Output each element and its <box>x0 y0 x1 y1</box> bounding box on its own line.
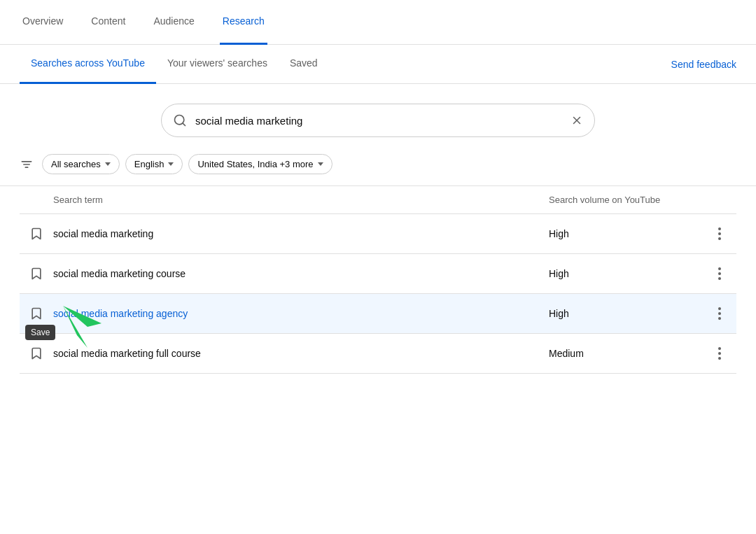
search-term-1: social media marketing <box>53 228 549 239</box>
save-tooltip: Save <box>25 325 55 340</box>
sub-tab-viewers-searches[interactable]: Your viewers' searches <box>156 45 279 84</box>
table-row[interactable]: social media marketing High <box>20 214 736 254</box>
bookmark-button-1[interactable] <box>20 227 53 241</box>
more-menu-button-3[interactable] <box>703 307 736 320</box>
col-header-volume: Search volume on YouTube <box>549 195 703 205</box>
three-dots-icon-1 <box>718 227 721 240</box>
table-section: Search term Search volume on YouTube soc… <box>0 186 756 374</box>
tab-audience[interactable]: Audience <box>150 0 197 45</box>
volume-4: Medium <box>549 348 703 359</box>
bookmark-button-4[interactable] <box>20 346 53 360</box>
search-term-3[interactable]: social media marketing agency <box>53 308 549 319</box>
filter-lines-icon[interactable] <box>20 157 34 171</box>
table-row[interactable]: social media marketing full course Mediu… <box>20 334 736 374</box>
bookmark-button-3[interactable]: Save <box>20 307 53 321</box>
filter-row: All searches English United States, Indi… <box>0 154 756 186</box>
clear-search-icon[interactable] <box>570 114 583 127</box>
col-header-term: Search term <box>53 195 549 205</box>
search-input[interactable] <box>195 115 570 127</box>
top-nav: Overview Content Audience Research <box>0 0 756 45</box>
filter-chip-label-language: English <box>134 159 164 169</box>
filter-chip-label-all-searches: All searches <box>51 159 101 169</box>
bookmark-button-2[interactable] <box>20 267 53 281</box>
sub-tab-saved[interactable]: Saved <box>279 45 329 84</box>
filter-chip-language[interactable]: English <box>125 154 183 174</box>
more-menu-button-2[interactable] <box>703 267 736 280</box>
search-section <box>0 84 756 154</box>
search-term-4: social media marketing full course <box>53 348 549 359</box>
search-term-2: social media marketing course <box>53 268 549 279</box>
tab-research[interactable]: Research <box>220 0 267 45</box>
sub-tabs: Searches across YouTube Your viewers' se… <box>20 45 329 84</box>
send-feedback-link[interactable]: Send feedback <box>671 59 736 70</box>
filter-chip-label-location: United States, India +3 more <box>197 159 313 169</box>
chevron-down-icon-location <box>318 162 323 166</box>
chevron-down-icon-all-searches <box>105 162 111 166</box>
sub-tab-searches-youtube[interactable]: Searches across YouTube <box>20 45 156 84</box>
filter-chip-all-searches[interactable]: All searches <box>42 154 120 174</box>
table-row[interactable]: social media marketing course High <box>20 254 736 294</box>
chevron-down-icon-language <box>168 162 174 166</box>
table-header: Search term Search volume on YouTube <box>20 186 736 214</box>
table-row[interactable]: Save social media marketing agency High <box>20 294 736 334</box>
three-dots-icon-4 <box>718 347 721 360</box>
three-dots-icon-3 <box>718 307 721 320</box>
tab-content[interactable]: Content <box>88 0 128 45</box>
three-dots-icon-2 <box>718 267 721 280</box>
volume-2: High <box>549 268 703 279</box>
more-menu-button-4[interactable] <box>703 347 736 360</box>
tab-overview[interactable]: Overview <box>20 0 66 45</box>
more-menu-button-1[interactable] <box>703 227 736 240</box>
svg-line-1 <box>183 123 186 126</box>
volume-1: High <box>549 228 703 239</box>
filter-chip-location[interactable]: United States, India +3 more <box>188 154 332 174</box>
volume-3: High <box>549 308 703 319</box>
search-box <box>161 104 595 137</box>
sub-nav: Searches across YouTube Your viewers' se… <box>0 45 756 84</box>
search-icon <box>173 113 187 127</box>
